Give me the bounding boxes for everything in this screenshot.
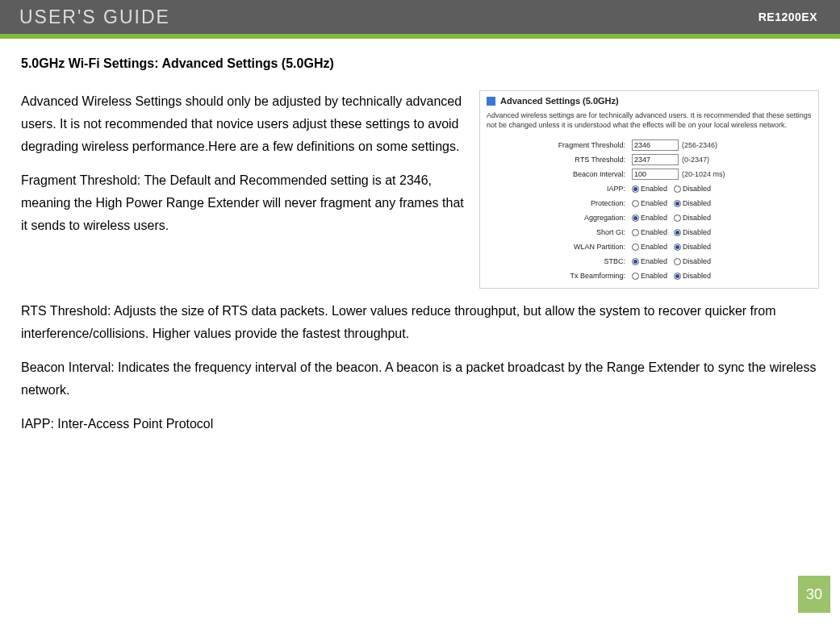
paragraph-iapp: IAPP: Inter-Access Point Protocol	[21, 413, 819, 435]
label-short-gi: Short GI:	[487, 228, 632, 236]
row-short-gi: Short GI: Enabled Disabled	[480, 225, 818, 239]
row-iapp: IAPP: Enabled Disabled	[480, 181, 818, 196]
header-bar: USER'S GUIDE RE1200EX	[0, 0, 840, 39]
input-beacon-interval[interactable]: 100	[632, 169, 679, 180]
radio-label-enabled: Enabled	[641, 199, 667, 207]
range-rts-threshold: (0-2347)	[682, 156, 709, 164]
radio-label-disabled: Disabled	[683, 185, 711, 193]
label-rts-threshold: RTS Threshold:	[487, 156, 632, 164]
radio-label-enabled: Enabled	[641, 272, 667, 280]
range-fragment-threshold: (256-2346)	[682, 141, 717, 149]
radio-label-disabled: Disabled	[683, 199, 711, 207]
row-protection: Protection: Enabled Disabled	[480, 196, 818, 210]
row-rts-threshold: RTS Threshold: 2347 (0-2347)	[480, 152, 818, 167]
paragraph-rts: RTS Threshold: Adjusts the size of RTS d…	[21, 300, 819, 345]
label-beacon-interval: Beacon Interval:	[487, 170, 632, 178]
radio-label-disabled: Disabled	[683, 272, 711, 280]
radio-label-disabled: Disabled	[683, 214, 711, 222]
label-iapp: IAPP:	[487, 185, 632, 193]
label-stbc: STBC:	[487, 257, 632, 265]
input-rts-threshold[interactable]: 2347	[632, 154, 679, 165]
left-text-column: Advanced Wireless Settings should only b…	[21, 90, 465, 289]
section-heading: 5.0GHz Wi-Fi Settings: Advanced Settings…	[21, 56, 819, 71]
radio-stbc-enabled[interactable]	[632, 258, 639, 265]
radio-protection-disabled[interactable]	[674, 200, 681, 207]
row-tx-beamforming: Tx Beamforming: Enabled Disabled	[480, 269, 818, 283]
label-tx-beamforming: Tx Beamforming:	[487, 272, 632, 280]
radio-iapp-enabled[interactable]	[632, 185, 639, 193]
label-wlan-partition: WLAN Partition:	[487, 243, 632, 251]
radio-shortgi-disabled[interactable]	[674, 229, 681, 236]
radio-label-disabled: Disabled	[683, 257, 711, 265]
paragraph-fragment: Fragment Threshold: The Default and Reco…	[21, 169, 465, 237]
panel-header: Advanced Settings (5.0GHz)	[480, 91, 818, 109]
row-aggregation: Aggregation: Enabled Disabled	[480, 210, 818, 225]
radio-label-enabled: Enabled	[641, 257, 667, 265]
content: 5.0GHz Wi-Fi Settings: Advanced Settings…	[0, 39, 840, 435]
panel-description: Advanced wireless settings are for techn…	[480, 109, 818, 138]
header-title: USER'S GUIDE	[19, 6, 170, 28]
panel-header-icon	[487, 97, 495, 106]
radio-aggregation-enabled[interactable]	[632, 214, 639, 222]
radio-protection-enabled[interactable]	[632, 200, 639, 207]
row-wlan-partition: WLAN Partition: Enabled Disabled	[480, 239, 818, 254]
range-beacon-interval: (20-1024 ms)	[682, 170, 725, 178]
radio-label-disabled: Disabled	[683, 228, 711, 236]
page-number: 30	[798, 576, 830, 613]
radio-label-enabled: Enabled	[641, 243, 667, 251]
header-model: RE1200EX	[759, 10, 817, 23]
radio-label-enabled: Enabled	[641, 228, 667, 236]
radio-wlan-disabled[interactable]	[674, 244, 681, 251]
row-stbc: STBC: Enabled Disabled	[480, 254, 818, 269]
radio-txbf-disabled[interactable]	[674, 273, 681, 280]
radio-stbc-disabled[interactable]	[674, 258, 681, 265]
row-fragment-threshold: Fragment Threshold: 2346 (256-2346)	[480, 138, 818, 152]
radio-txbf-enabled[interactable]	[632, 273, 639, 280]
paragraph-intro: Advanced Wireless Settings should only b…	[21, 90, 465, 158]
radio-wlan-enabled[interactable]	[632, 244, 639, 251]
row-beacon-interval: Beacon Interval: 100 (20-1024 ms)	[480, 167, 818, 181]
radio-iapp-disabled[interactable]	[674, 185, 681, 193]
radio-label-disabled: Disabled	[683, 243, 711, 251]
input-fragment-threshold[interactable]: 2346	[632, 139, 679, 151]
radio-label-enabled: Enabled	[641, 185, 667, 193]
radio-label-enabled: Enabled	[641, 214, 667, 222]
label-fragment-threshold: Fragment Threshold:	[487, 141, 632, 149]
advanced-settings-panel: Advanced Settings (5.0GHz) Advanced wire…	[479, 90, 819, 289]
top-columns: Advanced Wireless Settings should only b…	[21, 90, 819, 289]
radio-shortgi-enabled[interactable]	[632, 229, 639, 236]
radio-aggregation-disabled[interactable]	[674, 214, 681, 222]
label-protection: Protection:	[487, 199, 632, 207]
paragraph-beacon: Beacon Interval: Indicates the frequency…	[21, 356, 819, 402]
label-aggregation: Aggregation:	[487, 214, 632, 222]
panel-title: Advanced Settings (5.0GHz)	[500, 96, 619, 106]
